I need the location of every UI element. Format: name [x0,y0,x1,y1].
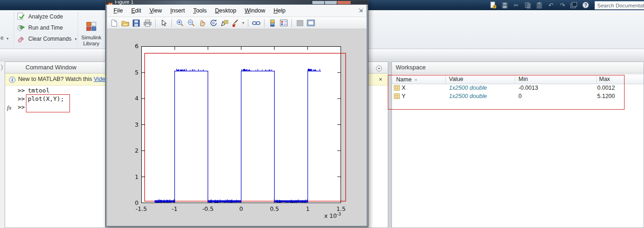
print-figure-icon[interactable] [143,19,152,27]
x-tick-label: 1.5 [331,205,351,212]
figure-menubar: File Edit View Insert Tools Desktop Wind… [107,5,366,17]
workspace-title: Workspace [392,64,426,71]
y-tick-label: 4 [123,95,139,102]
cutoff-button-fragment[interactable]: e ▾ [0,35,8,41]
y-tick-label: 1 [123,173,139,180]
data-cursor-icon[interactable] [220,19,228,27]
toolbar-separator [248,19,248,27]
menu-edit[interactable]: Edit [127,5,145,17]
svg-text:i: i [12,77,13,82]
minimize-button[interactable] [312,0,325,5]
menu-desktop[interactable]: Desktop [211,5,240,17]
clear-commands-dropdown-icon[interactable]: ▾ [75,37,76,41]
toolbar-separator [155,19,156,27]
notification-text: New to MATLAB? Watch this [5,76,94,82]
help-icon[interactable]: ? [581,1,590,9]
open-file-icon[interactable] [121,19,129,27]
x-tick-label: -0.5 [198,205,218,212]
function-browser-button[interactable]: fx [7,104,12,111]
show-plot-tools-icon[interactable] [307,19,315,27]
run-and-time-button[interactable]: Run and Time [17,23,63,33]
command-text: tmtool [28,87,50,94]
x-tick-label: -1.5 [131,205,152,212]
search-input[interactable] [594,1,644,10]
y-tick-label: 5 [123,69,139,76]
new-script-icon[interactable] [489,1,497,9]
close-button[interactable] [337,0,351,5]
column-separator[interactable] [445,76,446,83]
plot-axes [141,46,341,203]
pan-icon[interactable] [198,19,206,27]
variable-value: 1x2500 double [449,92,487,100]
variable-value: 1x2500 double [449,84,487,92]
x-tick-label: 0.5 [264,205,284,212]
zoom-out-icon[interactable] [187,19,195,27]
brush-dropdown-icon[interactable]: ▾ [242,21,244,25]
numeric-array-icon [394,93,400,101]
variable-min: -0.0013 [518,84,538,92]
screen: ✂ ↶ ↷ ? ▾ e ▾ Analyze Code Run [0,0,644,228]
menu-view[interactable]: View [145,5,166,17]
svg-text:?: ? [584,3,587,8]
notification-close-icon[interactable]: × [379,74,382,85]
y-tick-label: 2 [123,147,139,154]
workspace-panel: Workspace Name▲ Value Min Max X 1x2500 d… [391,62,644,228]
rotate-3d-icon[interactable] [209,19,217,27]
table-row-x[interactable]: X 1x2500 double -0.0013 0.0012 [392,84,644,92]
insert-legend-icon[interactable] [279,19,288,27]
column-header-value[interactable]: Value [449,75,463,84]
column-separator[interactable] [515,76,515,83]
table-row-y[interactable]: Y 1x2500 double 0 5.1200 [392,92,644,100]
toolbar-separator [264,19,265,27]
analyze-code-button[interactable]: Analyze Code [17,12,63,22]
edit-plot-arrow-icon[interactable] [159,19,168,27]
redo-icon[interactable]: ↷ [558,1,567,9]
variable-max: 0.0012 [597,84,615,92]
analyze-code-icon [17,12,25,21]
y-tick-label: 3 [123,121,139,128]
toolbar-separator [291,19,292,27]
save-figure-icon[interactable] [132,19,140,27]
x-tick-label: 0 [231,205,252,212]
zoom-in-icon[interactable] [176,19,184,27]
column-header-name[interactable]: Name▲ [396,75,417,84]
column-header-max[interactable]: Max [599,75,610,84]
insert-colorbar-icon[interactable] [268,19,277,27]
hide-plot-tools-icon[interactable] [296,19,304,27]
figure-toolbar: ▾ [107,17,366,29]
y-tick-label: 6 [123,43,139,49]
figure-titlebar: Figure 1 [106,0,368,5]
variable-min: 0 [518,92,522,100]
run-and-time-icon [17,24,25,32]
menu-help[interactable]: Help [269,5,290,17]
x-tick-label: -1 [164,205,185,212]
menu-insert[interactable]: Insert [166,5,189,17]
plot-line-chart [141,46,341,203]
menu-window[interactable]: Window [240,5,269,17]
variable-name: Y [402,92,405,100]
cut-icon[interactable]: ✂ [512,1,520,9]
link-plot-icon[interactable] [252,19,260,27]
command-window-title: Command Window [5,64,76,71]
clear-commands-button[interactable]: Clear Commands ▾ [17,34,76,44]
copy-icon[interactable] [524,1,532,9]
paste-icon[interactable] [535,1,543,9]
clear-commands-icon [17,35,25,43]
dock-figure-icon[interactable]: ⇲ [359,7,363,13]
undo-icon[interactable]: ↶ [547,1,555,9]
maximize-button[interactable] [324,0,337,5]
column-header-min[interactable]: Min [518,75,528,84]
menu-tools[interactable]: Tools [189,5,211,17]
toolstrip-separator [14,12,15,45]
simulink-library-icon [86,22,96,31]
column-separator[interactable] [596,76,597,83]
toolstrip-separator [78,12,79,45]
save-icon[interactable] [500,1,509,9]
workspace-table-header: Name▲ Value Min Max [392,74,644,84]
new-figure-icon[interactable] [110,19,118,27]
window-stack-icon[interactable] [570,1,578,9]
menu-file[interactable]: File [109,5,127,17]
simulink-library-button[interactable]: Simulink Library [80,22,103,47]
workspace-titlebar: Workspace [392,62,644,74]
brush-data-icon[interactable] [231,19,240,27]
